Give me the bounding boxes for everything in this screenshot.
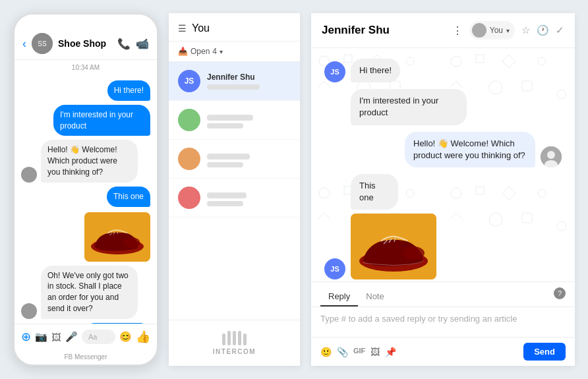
chat-avatar-js-1: JS — [324, 61, 345, 82]
clip-icon[interactable]: 📌 — [385, 347, 396, 357]
phone-msg-2: I'm interested in your product — [53, 105, 150, 136]
help-icon[interactable]: ? — [554, 287, 566, 299]
fb-footer: FB Messenger — [15, 349, 157, 364]
chat-msg-row-4: JS This one — [324, 174, 562, 279]
intercom-sidebar: ☰ You 📥 Open 4 ▾ JS Jennifer Shu — [169, 13, 301, 366]
logo-bar-1 — [222, 334, 225, 345]
phone-icon[interactable]: 📞 — [117, 38, 131, 50]
chat-avatar-js-2: JS — [324, 258, 345, 279]
emoji-icon[interactable]: 🙂 — [320, 347, 332, 357]
phone-text-input[interactable]: Aa — [82, 330, 115, 344]
phone-emoji-icon[interactable]: 😊 — [119, 331, 132, 343]
filter-label: Open — [191, 47, 210, 56]
intercom-logo — [222, 331, 247, 345]
conv-preview-jennifer — [207, 84, 260, 90]
conv-name-jennifer: Jennifer Shu — [207, 73, 260, 82]
phone-like-icon[interactable]: 👍 — [136, 330, 150, 344]
sidebar-header: ☰ You — [169, 13, 300, 42]
header-user-pill[interactable]: You ▾ — [469, 21, 515, 40]
conv-preview-2 — [207, 123, 243, 129]
reply-toolbar: 🙂 📎 GIF 🖼 📌 Send — [311, 337, 575, 366]
phone-messages: Hi there! I'm interested in your product… — [15, 75, 157, 324]
chat-avatar-agent-1 — [541, 146, 562, 167]
header-user-avatar — [472, 23, 486, 38]
logo-bar-5 — [243, 334, 247, 345]
chat-msg-row-3: Hello! 👋 Welcome! Which product were you… — [324, 132, 562, 167]
sidebar-conversations: JS Jennifer Shu — [169, 62, 300, 320]
conv-item-4[interactable] — [169, 179, 300, 218]
phone-shoe-image — [84, 211, 150, 262]
gif-icon[interactable]: GIF — [353, 347, 365, 357]
phone-msg-3: Hello! 👋 Welcome! Which product were you… — [41, 140, 138, 182]
chat-header: Jennifer Shu ⋮ You ▾ ☆ 🕐 ✓ — [311, 13, 575, 48]
fb-messenger-label: FB Messenger — [64, 353, 107, 361]
reply-placeholder: Type # to add a saved reply or try sendi… — [320, 314, 517, 324]
phone-in-avatar — [21, 167, 37, 183]
svg-point-10 — [403, 247, 425, 260]
chat-bubble-2: I'm interested in your product — [351, 89, 467, 125]
intercom-label: INTERCOM — [213, 348, 256, 355]
chat-header-icons: ⋮ You ▾ ☆ 🕐 ✓ — [452, 21, 564, 40]
svg-point-6 — [547, 151, 555, 159]
clock-icon[interactable]: 🕐 — [537, 24, 549, 36]
logo-bar-2 — [227, 331, 231, 345]
conv-avatar-js: JS — [178, 70, 200, 92]
sidebar-title: You — [192, 22, 210, 34]
phone-input-bar: ⊕ 📷 🖼 🎤 Aa 😊 👍 — [15, 324, 157, 349]
conv-item-2[interactable] — [169, 101, 300, 140]
chat-shoe-image — [351, 214, 436, 279]
svg-text:SS: SS — [38, 40, 47, 47]
chat-header-title: Jennifer Shu — [322, 24, 446, 37]
phone-shop-name: Shoe Shop — [58, 38, 112, 49]
conv-item-3[interactable] — [169, 140, 300, 179]
conv-avatar-4 — [178, 187, 200, 209]
conv-info-3 — [207, 151, 250, 167]
star-icon[interactable]: ☆ — [521, 24, 530, 36]
phone-header: ‹ SS Shoe Shop 📞 📹 — [15, 28, 157, 60]
sidebar-filter[interactable]: 📥 Open 4 ▾ — [169, 42, 300, 62]
phone-plus-icon[interactable]: ⊕ — [21, 330, 31, 344]
phone-mic-icon[interactable]: 🎤 — [65, 331, 78, 343]
conv-name-2 — [207, 115, 253, 121]
reply-input[interactable]: Type # to add a saved reply or try sendi… — [311, 307, 575, 337]
logo-bar-3 — [233, 331, 236, 345]
conv-name-3 — [207, 154, 250, 160]
conv-name-4 — [207, 192, 247, 198]
phone-timestamp: 10:34 AM — [15, 60, 157, 75]
chat-msg-row-2: I'm interested in your product — [324, 89, 562, 125]
more-options-icon[interactable]: ⋮ — [452, 24, 463, 37]
conv-preview-3 — [207, 162, 243, 167]
conv-preview-4 — [207, 201, 243, 206]
attachment-icon[interactable]: 📎 — [337, 347, 348, 357]
phone-msg-row-3: Hello! 👋 Welcome! Which product were you… — [21, 140, 150, 182]
conv-item-jennifer[interactable]: JS Jennifer Shu — [169, 62, 300, 101]
conv-avatar-2 — [178, 109, 200, 131]
phone-status-bar — [15, 15, 157, 28]
header-user-label: You — [490, 26, 503, 35]
video-icon[interactable]: 📹 — [136, 38, 149, 50]
main-chat: Jennifer Shu ⋮ You ▾ ☆ 🕐 ✓ JS Hi there! — [311, 13, 575, 366]
phone-msg-5: Oh! We've only got two in stock. Shall I… — [41, 266, 138, 319]
filter-count: 4 — [212, 47, 217, 56]
toolbar-icons: 🙂 📎 GIF 🖼 📌 — [320, 347, 518, 357]
conv-info-2 — [207, 112, 253, 129]
tab-reply[interactable]: Reply — [320, 287, 358, 306]
phone-image-icon[interactable]: 🖼 — [51, 332, 61, 343]
check-icon[interactable]: ✓ — [556, 24, 564, 36]
send-button[interactable]: Send — [523, 343, 566, 361]
chevron-down-icon: ▾ — [220, 48, 223, 55]
phone-camera-icon[interactable]: 📷 — [35, 331, 47, 343]
image-icon[interactable]: 🖼 — [370, 347, 380, 357]
chevron-icon: ▾ — [506, 27, 510, 34]
hamburger-icon[interactable]: ☰ — [178, 23, 187, 34]
inbox-icon: 📥 — [178, 47, 188, 56]
phone-msg-row-5: Oh! We've only got two in stock. Shall I… — [21, 266, 150, 319]
phone-shop-avatar: SS — [32, 33, 53, 54]
chat-msg-row-1: JS Hi there! — [324, 59, 562, 82]
chat-msg-group-4: This one — [351, 174, 436, 279]
reply-tabs: Reply Note ? — [311, 282, 575, 307]
phone-back-button[interactable]: ‹ — [22, 37, 26, 51]
chat-reply-area: Reply Note ? Type # to add a saved reply… — [311, 281, 575, 366]
chat-bubble-1: Hi there! — [351, 59, 400, 82]
tab-note[interactable]: Note — [358, 287, 392, 306]
